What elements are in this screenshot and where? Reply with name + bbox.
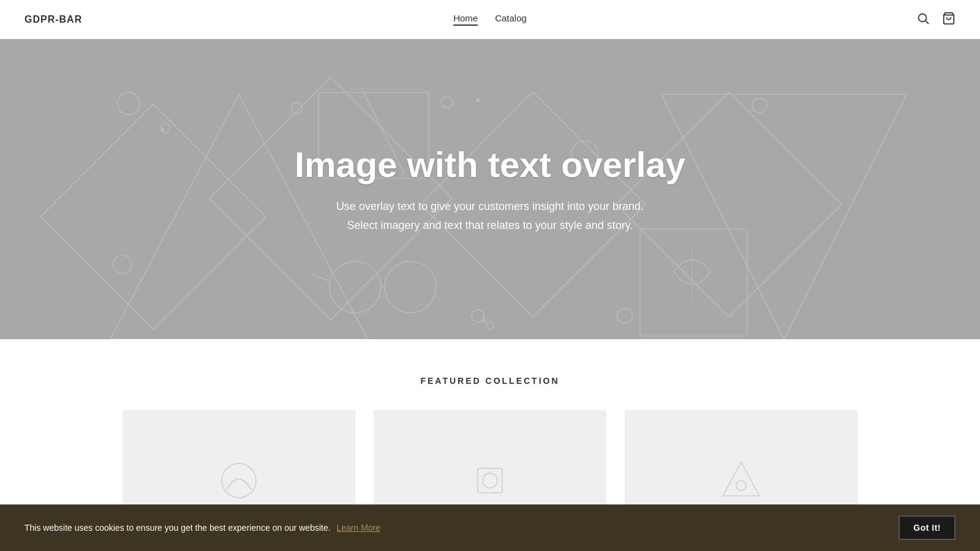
product-illustration: [717, 456, 766, 505]
svg-point-10: [486, 322, 494, 329]
svg-point-6: [442, 97, 453, 108]
svg-point-22: [385, 261, 436, 313]
svg-marker-18: [662, 94, 907, 339]
hero-content: Image with text overlay Use overlay text…: [282, 144, 698, 234]
svg-point-9: [472, 310, 484, 322]
svg-rect-13: [40, 104, 266, 329]
gdpr-message: This website uses cookies to ensure you …: [24, 523, 880, 533]
featured-title: FEATURED COLLECTION: [24, 376, 956, 386]
svg-rect-31: [478, 468, 502, 493]
nav-catalog[interactable]: Catalog: [495, 13, 527, 26]
gdpr-learn-more-link[interactable]: Learn More: [337, 523, 381, 533]
svg-point-28: [476, 99, 480, 102]
svg-point-21: [330, 261, 381, 313]
svg-point-0: [919, 13, 927, 21]
svg-point-11: [617, 309, 632, 323]
product-illustration: [214, 456, 263, 505]
nav-home[interactable]: Home: [453, 13, 478, 26]
svg-point-8: [752, 98, 767, 113]
svg-line-24: [312, 275, 330, 281]
site-logo[interactable]: GDPR-BAR: [24, 14, 82, 25]
svg-point-34: [736, 481, 746, 490]
svg-point-5: [292, 102, 303, 113]
site-header: GDPR-BAR Home Catalog: [0, 0, 980, 39]
svg-point-30: [222, 463, 256, 498]
hero-title: Image with text overlay: [295, 144, 685, 185]
header-icons: [916, 12, 956, 28]
svg-point-32: [483, 473, 497, 488]
svg-rect-25: [640, 229, 747, 336]
gdpr-bar: This website uses cookies to ensure you …: [0, 504, 980, 551]
hero-section: Image with text overlay Use overlay text…: [0, 39, 980, 339]
search-icon[interactable]: [916, 12, 930, 28]
svg-point-3: [118, 92, 140, 114]
svg-point-12: [113, 255, 132, 274]
product-illustration: [466, 456, 514, 505]
hero-subtitle: Use overlay text to give your customers …: [295, 197, 685, 234]
main-nav: Home Catalog: [453, 13, 527, 26]
svg-point-29: [482, 319, 486, 323]
svg-point-27: [160, 128, 164, 132]
svg-line-1: [925, 21, 929, 24]
cart-icon[interactable]: [942, 12, 956, 28]
gdpr-got-it-button[interactable]: Got It!: [899, 515, 956, 540]
